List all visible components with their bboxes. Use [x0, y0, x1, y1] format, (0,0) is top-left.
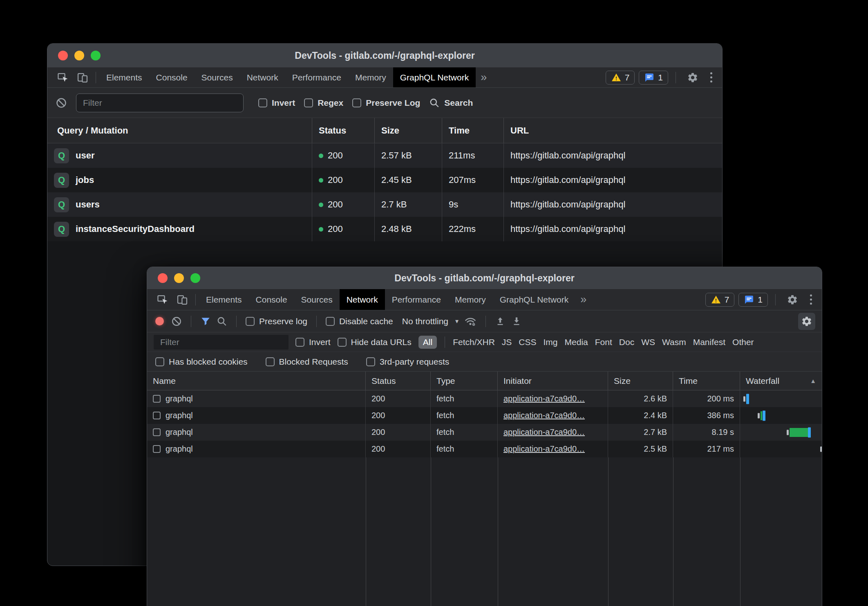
- request-row[interactable]: graphql 200 fetch application-a7ca9d0… 2…: [147, 390, 822, 407]
- search-icon[interactable]: [217, 316, 227, 327]
- block-icon[interactable]: [56, 97, 67, 109]
- column-header-status[interactable]: Status: [312, 118, 375, 143]
- zoom-button[interactable]: [91, 51, 101, 60]
- request-type-chip-manifest[interactable]: Manifest: [693, 337, 725, 347]
- hide-data-urls-checkbox[interactable]: [338, 338, 347, 347]
- tab-sources[interactable]: Sources: [195, 67, 240, 87]
- tab-performance[interactable]: Performance: [385, 289, 448, 310]
- clear-icon[interactable]: [171, 316, 182, 327]
- request-type-chip-fetch-xhr[interactable]: Fetch/XHR: [453, 337, 495, 347]
- request-type-chip-media[interactable]: Media: [565, 337, 588, 347]
- warnings-badge[interactable]: 7: [705, 293, 735, 307]
- request-type-chip-font[interactable]: Font: [595, 337, 612, 347]
- inspect-element-icon[interactable]: [153, 289, 172, 310]
- request-type-chip-ws[interactable]: WS: [641, 337, 655, 347]
- issues-badge[interactable]: 1: [738, 293, 768, 307]
- request-type-chip-css[interactable]: CSS: [519, 337, 536, 347]
- initiator-link[interactable]: application-a7ca9d0…: [503, 428, 585, 437]
- has-blocked-cookies-checkbox[interactable]: [155, 357, 164, 366]
- graphql-filter-input[interactable]: [76, 94, 244, 112]
- tab-console[interactable]: Console: [149, 67, 195, 87]
- record-network-log-icon[interactable]: [155, 317, 164, 325]
- throttling-dropdown[interactable]: No throttling ▾: [402, 316, 459, 326]
- column-header-waterfall[interactable]: Waterfall ▲: [740, 372, 822, 390]
- settings-gear-icon[interactable]: [683, 72, 702, 83]
- request-type-chip-wasm[interactable]: Wasm: [662, 337, 686, 347]
- initiator-link[interactable]: application-a7ca9d0…: [503, 394, 585, 403]
- row-checkbox[interactable]: [153, 445, 161, 453]
- export-har-icon[interactable]: [511, 316, 522, 327]
- request-row[interactable]: graphql 200 fetch application-a7ca9d0… 2…: [147, 407, 822, 424]
- column-header-initiator[interactable]: Initiator: [498, 372, 608, 390]
- kebab-menu-icon[interactable]: [806, 294, 816, 305]
- network-filter-input[interactable]: [154, 335, 289, 350]
- column-header-name[interactable]: Name: [147, 372, 366, 390]
- filter-funnel-icon[interactable]: [200, 316, 211, 327]
- column-header-time[interactable]: Time: [673, 372, 740, 390]
- network-conditions-icon[interactable]: [464, 316, 477, 327]
- invert-checkbox[interactable]: [295, 338, 304, 347]
- request-type-chip-img[interactable]: Img: [544, 337, 558, 347]
- minimize-button[interactable]: [74, 51, 84, 60]
- query-row[interactable]: Q users 200 2.7 kB 9s https://gitlab.com…: [47, 192, 722, 217]
- invert-checkbox[interactable]: [258, 98, 267, 107]
- waterfall-waiting-bar: [761, 411, 762, 420]
- column-header-size[interactable]: Size: [375, 118, 442, 143]
- tab-graphql-network[interactable]: GraphQL Network: [393, 67, 476, 87]
- column-header-query-mutation[interactable]: Query / Mutation: [47, 118, 312, 143]
- tab-memory[interactable]: Memory: [448, 289, 493, 310]
- tab-memory[interactable]: Memory: [348, 67, 393, 87]
- regex-checkbox[interactable]: [304, 98, 313, 107]
- import-har-icon[interactable]: [495, 316, 506, 327]
- request-type-chip-js[interactable]: JS: [502, 337, 512, 347]
- settings-gear-icon[interactable]: [783, 294, 802, 305]
- request-row[interactable]: graphql 200 fetch application-a7ca9d0… 2…: [147, 441, 822, 457]
- close-button[interactable]: [158, 273, 168, 283]
- column-header-url[interactable]: URL: [504, 118, 722, 143]
- device-toolbar-icon[interactable]: [73, 67, 92, 87]
- blocked-requests-checkbox[interactable]: [266, 357, 275, 366]
- zoom-button[interactable]: [190, 273, 200, 283]
- tab-console[interactable]: Console: [249, 289, 294, 310]
- column-header-status[interactable]: Status: [366, 372, 431, 390]
- tab-network[interactable]: Network: [340, 289, 385, 310]
- inspect-element-icon[interactable]: [53, 67, 73, 87]
- search-button[interactable]: Search: [429, 98, 473, 108]
- disable-cache-checkbox[interactable]: [326, 317, 335, 326]
- preserve-log-checkbox[interactable]: [246, 317, 255, 326]
- request-type-chip-all[interactable]: All: [418, 336, 437, 349]
- close-button[interactable]: [58, 51, 68, 60]
- request-type-chip-other[interactable]: Other: [732, 337, 754, 347]
- query-row[interactable]: Q jobs 200 2.45 kB 207ms https://gitlab.…: [47, 168, 722, 192]
- waterfall-download-bar: [763, 410, 765, 421]
- more-tabs-icon[interactable]: »: [476, 67, 492, 87]
- query-row[interactable]: Q user 200 2.57 kB 211ms https://gitlab.…: [47, 143, 722, 168]
- column-header-size[interactable]: Size: [608, 372, 673, 390]
- row-checkbox[interactable]: [153, 412, 161, 419]
- network-settings-gear-icon[interactable]: [798, 313, 815, 330]
- device-toolbar-icon[interactable]: [172, 289, 192, 310]
- request-type-chip-doc[interactable]: Doc: [619, 337, 634, 347]
- row-checkbox[interactable]: [153, 395, 161, 403]
- kebab-menu-icon[interactable]: [706, 72, 716, 82]
- tab-performance[interactable]: Performance: [285, 67, 348, 87]
- issues-message-icon: [644, 73, 655, 82]
- third-party-requests-checkbox[interactable]: [366, 357, 375, 366]
- request-row[interactable]: graphql 200 fetch application-a7ca9d0… 2…: [147, 424, 822, 441]
- minimize-button[interactable]: [174, 273, 184, 283]
- tab-elements[interactable]: Elements: [199, 289, 249, 310]
- column-header-type[interactable]: Type: [431, 372, 498, 390]
- initiator-link[interactable]: application-a7ca9d0…: [503, 444, 585, 454]
- row-checkbox[interactable]: [153, 428, 161, 436]
- column-header-time[interactable]: Time: [442, 118, 504, 143]
- issues-badge[interactable]: 1: [639, 71, 668, 85]
- query-row[interactable]: Q instanceSecurityDashboard 200 2.48 kB …: [47, 217, 722, 241]
- more-tabs-icon[interactable]: »: [575, 289, 591, 310]
- tab-sources[interactable]: Sources: [294, 289, 340, 310]
- tab-elements[interactable]: Elements: [99, 67, 149, 87]
- warnings-badge[interactable]: 7: [606, 71, 635, 85]
- tab-network[interactable]: Network: [240, 67, 285, 87]
- initiator-link[interactable]: application-a7ca9d0…: [503, 411, 585, 420]
- tab-graphql-network[interactable]: GraphQL Network: [493, 289, 575, 310]
- preserve-log-checkbox[interactable]: [352, 98, 361, 107]
